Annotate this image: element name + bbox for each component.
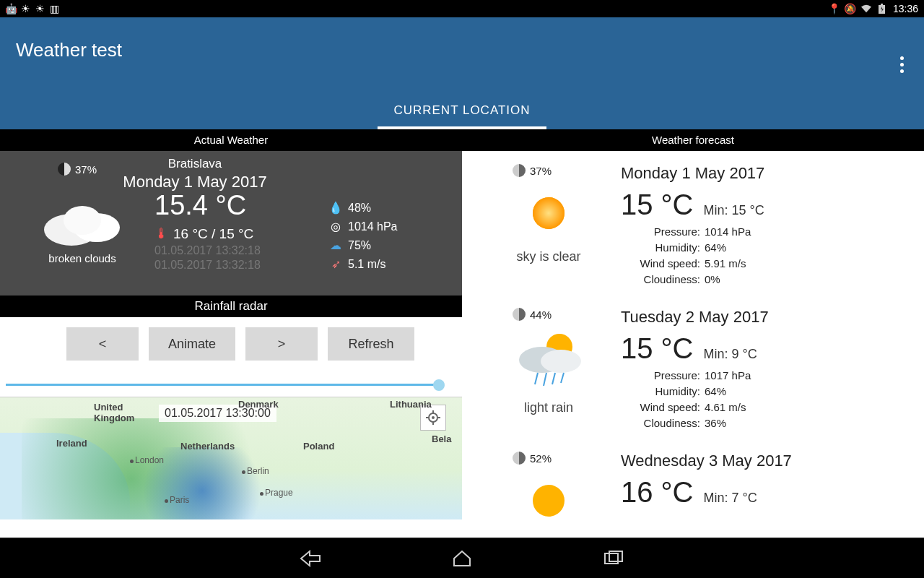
radar-time-slider[interactable]: [0, 371, 462, 397]
forecast-item: 52% Wednesday 3 May 2017 16 °C Min: 7 °C: [462, 439, 924, 538]
cloud-icon: [35, 197, 129, 248]
brightness-icon-2: ☀: [35, 4, 45, 14]
tab-current-location[interactable]: CURRENT LOCATION: [378, 93, 546, 129]
fc-min: Min: 15 °C: [704, 203, 764, 218]
current-date: Monday 1 May 2017: [97, 173, 293, 191]
svg-line-18: [552, 373, 555, 384]
fc-pressure: 1017 hPa: [705, 369, 751, 381]
pressure-value: 1014 hPa: [348, 217, 398, 236]
svg-rect-1: [881, 4, 883, 5]
pressure-icon: ◎: [329, 217, 342, 236]
fc-wind: 5.91 m/s: [705, 257, 746, 269]
fc-moon-pct: 52%: [530, 452, 552, 465]
status-bar: 🤖 ☀ ☀ ▥ 📍 🔕 13:36: [0, 0, 924, 17]
wifi-icon: [861, 4, 871, 14]
map-label-berlin: Berlin: [242, 466, 269, 476]
temp-range: 16 °C / 15 °C: [173, 226, 253, 242]
map-label-netherlands: Netherlands: [180, 441, 235, 452]
timestamp-1: 01.05.2017 13:32:18: [154, 243, 329, 258]
moon-phase: 37%: [58, 163, 97, 176]
moon-pct: 37%: [75, 163, 97, 176]
fc-cloud: 36%: [705, 417, 726, 429]
fc-min: Min: 9 °C: [704, 347, 757, 362]
svg-line-17: [544, 373, 546, 386]
svg-point-20: [533, 485, 565, 517]
moon-icon: [513, 164, 526, 177]
wind-icon: ➶: [329, 255, 342, 274]
fc-humidity: 64%: [705, 385, 726, 397]
fc-moon-pct: 37%: [530, 165, 552, 177]
forecast-item: 44% light rain Tuesday 2 May 2017 15 °C: [462, 295, 924, 439]
mute-icon: 🔕: [845, 4, 855, 14]
fc-wind: 4.61 m/s: [705, 401, 746, 413]
nav-recents-button[interactable]: [599, 548, 628, 569]
location-icon: 📍: [829, 4, 840, 14]
radar-next-button[interactable]: >: [245, 327, 318, 361]
radar-controls: < Animate > Refresh: [0, 317, 462, 371]
radar-prev-button[interactable]: <: [66, 327, 139, 361]
thermometer-icon: 🌡: [154, 225, 169, 242]
fc-moon-pct: 44%: [530, 309, 552, 321]
timestamp-2: 01.05.2017 13:32:18: [154, 258, 329, 272]
forecast-list[interactable]: 37% sky is clear Monday 1 May 2017 15 °C…: [462, 151, 924, 538]
overflow-menu-button[interactable]: [900, 56, 904, 73]
rain-cloud-icon: [509, 328, 588, 393]
status-time: 13:36: [893, 3, 918, 14]
map-label-prague: Prague: [260, 488, 293, 498]
fc-cloud: 0%: [705, 273, 720, 285]
forecast-item: 37% sky is clear Monday 1 May 2017 15 °C…: [462, 151, 924, 295]
fc-condition: sky is clear: [476, 249, 621, 264]
section-actual: Actual Weather: [0, 129, 462, 151]
svg-point-12: [533, 197, 565, 229]
android-nav-bar: [0, 538, 924, 578]
wind-value: 5.1 m/s: [348, 255, 385, 274]
radar-map[interactable]: 01.05.2017 13:30:00 UnitedKingdom Irelan…: [0, 397, 462, 519]
moon-icon: [513, 452, 526, 465]
map-label-paris: Paris: [165, 495, 189, 505]
app-title: Weather test: [0, 17, 924, 61]
bars-icon: ▥: [49, 4, 59, 14]
radar-animate-button[interactable]: Animate: [149, 327, 235, 361]
current-temp: 15.4 °C: [154, 190, 329, 221]
fc-date: Tuesday 2 May 2017: [621, 308, 917, 327]
fc-min: Min: 7 °C: [704, 491, 757, 506]
svg-point-6: [432, 416, 435, 419]
map-label-uk: UnitedKingdom: [94, 402, 134, 423]
nav-back-button[interactable]: [296, 548, 325, 569]
fc-humidity: 64%: [705, 241, 726, 254]
android-icon: 🤖: [6, 4, 16, 14]
map-label-london: London: [130, 455, 164, 465]
moon-icon: [58, 163, 71, 176]
left-column: 37% Bratislava Monday 1 May 2017 broken …: [0, 151, 462, 538]
cloud-pct: 75%: [348, 236, 371, 255]
brightness-icon: ☀: [20, 4, 30, 14]
app-header: Weather test CURRENT LOCATION: [0, 17, 924, 129]
radar-header: Rainfall radar: [0, 296, 462, 317]
fc-date: Wednesday 3 May 2017: [621, 452, 917, 470]
fc-condition: light rain: [476, 400, 621, 415]
tab-bar: CURRENT LOCATION: [0, 93, 924, 129]
map-label-denmark: Denmark: [238, 399, 279, 410]
svg-point-4: [64, 206, 101, 235]
svg-point-15: [541, 350, 581, 373]
fc-date: Monday 1 May 2017: [621, 164, 917, 183]
fc-temp: 15 °C: [621, 332, 694, 365]
battery-charging-icon: [877, 4, 887, 14]
cloud-pct-icon: ☁: [329, 236, 342, 255]
map-label-poland: Poland: [303, 441, 334, 452]
section-headers: Actual Weather Weather forecast: [0, 129, 924, 151]
svg-line-16: [535, 373, 538, 384]
actual-weather-panel: 37% Bratislava Monday 1 May 2017 broken …: [0, 151, 462, 296]
map-label-ireland: Ireland: [56, 438, 87, 449]
sun-icon: [520, 184, 578, 242]
fc-pressure: 1014 hPa: [705, 225, 751, 238]
svg-line-19: [561, 373, 564, 383]
moon-icon: [513, 308, 526, 321]
fc-temp: 15 °C: [621, 189, 694, 221]
nav-home-button[interactable]: [448, 548, 476, 569]
humidity-icon: 💧: [329, 199, 342, 217]
radar-refresh-button[interactable]: Refresh: [328, 327, 414, 361]
condition-text: broken clouds: [10, 252, 154, 264]
fc-temp: 16 °C: [621, 476, 694, 509]
sun-icon: [520, 472, 578, 530]
